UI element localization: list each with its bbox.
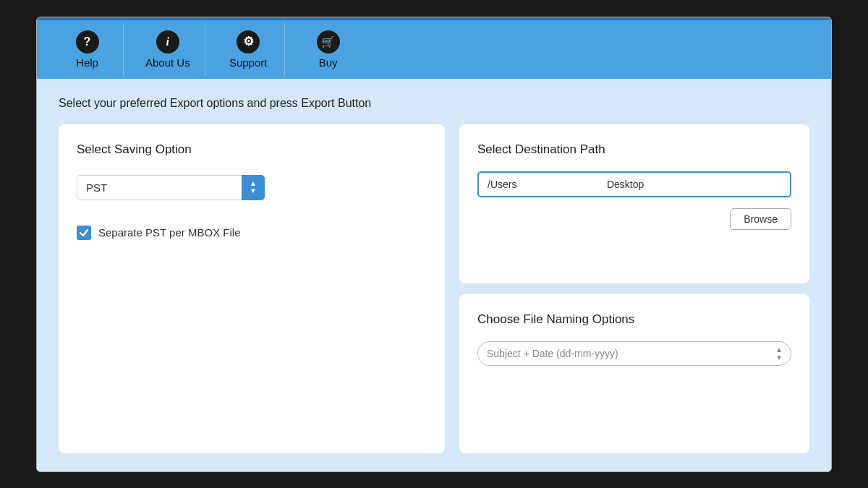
panels-row: Select Saving Option PST EML MSG PDF HTM… <box>59 124 809 453</box>
top-navbar: ? Help i About Us ⚙ Support 🛒 Buy <box>37 17 831 79</box>
nav-buy-label: Buy <box>319 56 338 69</box>
nav-help-label: Help <box>76 56 98 69</box>
nav-buy[interactable]: 🛒 Buy <box>292 23 365 76</box>
buy-icon: 🛒 <box>317 30 340 53</box>
nav-support[interactable]: ⚙ Support <box>213 23 285 76</box>
file-naming-panel: Choose File Naming Options Subject + Dat… <box>459 294 809 453</box>
destination-title: Select Destination Path <box>477 142 791 157</box>
browse-row: Browse <box>477 208 791 230</box>
separate-pst-checkbox[interactable] <box>77 226 91 240</box>
naming-select-wrapper: Subject + Date (dd-mm-yyyy) Subject Date… <box>477 341 791 366</box>
nav-about-label: About Us <box>145 56 190 69</box>
page-instruction: Select your preferred Export options and… <box>59 97 809 110</box>
help-icon: ? <box>76 30 99 53</box>
about-icon: i <box>156 30 179 53</box>
naming-select[interactable]: Subject + Date (dd-mm-yyyy) Subject Date… <box>477 341 791 366</box>
checkbox-label: Separate PST per MBOX File <box>98 226 240 239</box>
nav-about[interactable]: i About Us <box>131 23 205 76</box>
checkbox-row: Separate PST per MBOX File <box>77 226 427 240</box>
checkmark-icon <box>79 228 89 238</box>
support-icon: ⚙ <box>237 30 260 53</box>
nav-help[interactable]: ? Help <box>51 23 124 76</box>
browse-button[interactable]: Browse <box>730 208 791 230</box>
main-content: Select your preferred Export options and… <box>37 79 831 471</box>
destination-panel: Select Destination Path Browse <box>459 124 809 283</box>
saving-option-select-wrapper: PST EML MSG PDF HTML ▲ ▼ <box>77 175 265 200</box>
file-naming-title: Choose File Naming Options <box>477 312 791 327</box>
saving-option-panel: Select Saving Option PST EML MSG PDF HTM… <box>59 124 445 453</box>
right-panels: Select Destination Path Browse Choose Fi… <box>459 124 809 453</box>
saving-option-select[interactable]: PST EML MSG PDF HTML <box>77 175 265 200</box>
nav-support-label: Support <box>229 56 268 69</box>
app-window: ? Help i About Us ⚙ Support 🛒 Buy Select… <box>36 17 832 472</box>
destination-path-input[interactable] <box>477 171 791 197</box>
saving-option-title: Select Saving Option <box>77 142 427 157</box>
